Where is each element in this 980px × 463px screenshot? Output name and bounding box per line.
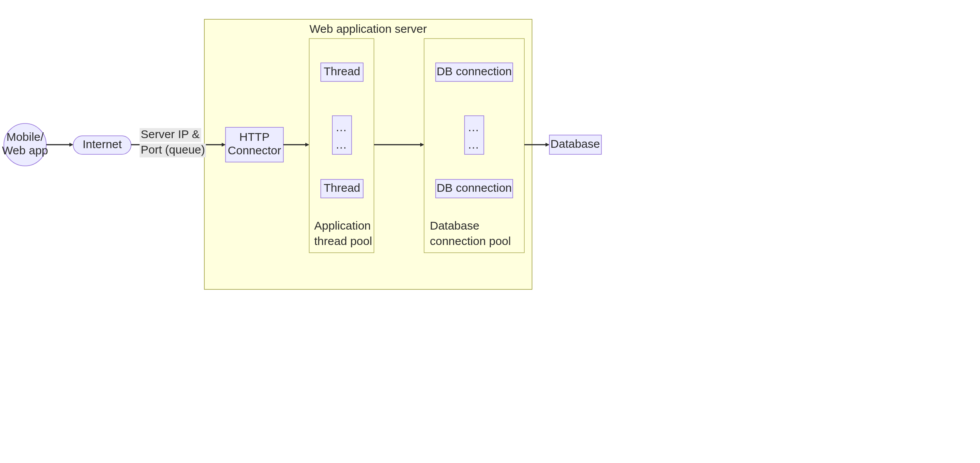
server-group-title: Web application server	[310, 22, 427, 35]
thread-ellipsis-1: …	[335, 121, 349, 133]
conn-pool-label-2: connection pool	[430, 235, 511, 247]
thread-bottom-label: Thread	[323, 181, 360, 194]
client-label-1: Mobile/	[7, 130, 44, 143]
db-conn-bottom-label: DB connection	[436, 181, 512, 194]
database-label: Database	[551, 137, 600, 150]
thread-ellipsis-2: …	[335, 138, 349, 151]
db-ellipsis-1: …	[468, 121, 481, 133]
thread-pool-label-2: thread pool	[314, 235, 372, 247]
http-connector-label-2: Connector	[228, 144, 281, 157]
db-conn-top-label: DB connection	[436, 65, 512, 78]
http-connector-label-1: HTTP	[239, 130, 269, 143]
db-ellipsis-2: …	[468, 138, 481, 151]
architecture-diagram: Web application server Application threa…	[0, 0, 980, 463]
internet-label: Internet	[83, 138, 122, 150]
edge-label-ipport-2: Port (queue)	[141, 143, 205, 156]
edge-label-ipport-1: Server IP &	[141, 128, 200, 140]
client-label-2: Web app	[2, 144, 48, 157]
thread-top-label: Thread	[323, 65, 360, 78]
thread-pool-label-1: Application	[314, 219, 371, 232]
conn-pool-label-1: Database	[430, 219, 479, 232]
